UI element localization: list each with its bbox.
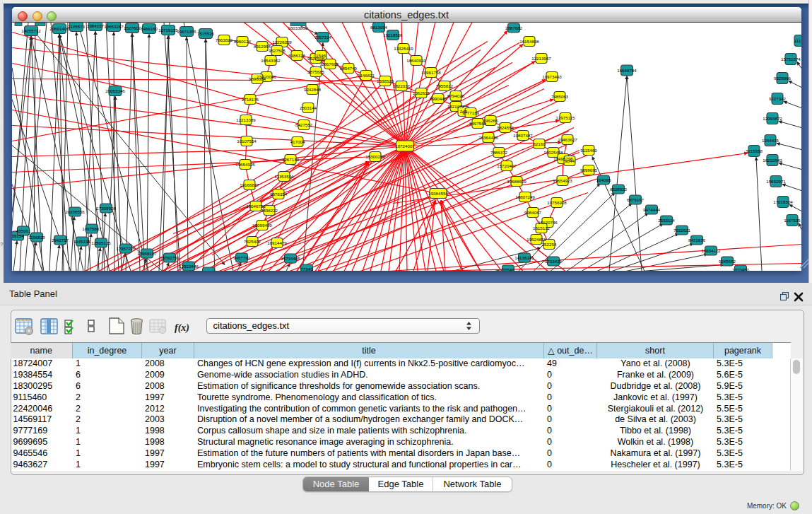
svg-text:20364436: 20364436 — [478, 134, 498, 139]
svg-text:18640910: 18640910 — [406, 57, 426, 62]
svg-text:20206556: 20206556 — [65, 209, 85, 214]
svg-text:19463627: 19463627 — [558, 136, 577, 141]
svg-text:2887682: 2887682 — [505, 25, 522, 30]
svg-text:9699695: 9699695 — [579, 167, 597, 172]
svg-text:9777169: 9777169 — [461, 110, 479, 115]
svg-text:10961758: 10961758 — [421, 69, 441, 74]
svg-text:12923448: 12923448 — [179, 263, 199, 268]
svg-text:17359928: 17359928 — [96, 205, 116, 210]
svg-text:417004: 417004 — [290, 139, 305, 144]
svg-text:15300295: 15300295 — [365, 153, 385, 158]
svg-text:1733426: 1733426 — [544, 258, 562, 263]
svg-text:8990448: 8990448 — [429, 95, 447, 100]
svg-text:6466160: 6466160 — [140, 25, 158, 30]
svg-text:8938923: 8938923 — [609, 186, 627, 191]
svg-text:17016504: 17016504 — [773, 199, 793, 204]
svg-text:18807249: 18807249 — [515, 194, 535, 199]
svg-text:9844: 9844 — [565, 158, 575, 163]
svg-text:9245652: 9245652 — [718, 258, 736, 263]
svg-text:7886372: 7886372 — [490, 149, 507, 154]
svg-text:10958107: 10958107 — [137, 250, 157, 255]
svg-text:7515526: 7515526 — [196, 30, 214, 35]
svg-text:9457791: 9457791 — [233, 255, 250, 259]
svg-text:9527505: 9527505 — [268, 47, 286, 52]
svg-text:7632621: 7632621 — [673, 227, 690, 232]
svg-text:16648784: 16648784 — [617, 67, 637, 72]
svg-text:10025458: 10025458 — [543, 149, 563, 154]
svg-text:16154808: 16154808 — [519, 38, 539, 43]
svg-text:77345: 77345 — [300, 266, 313, 270]
svg-text:10756928: 10756928 — [547, 199, 567, 204]
svg-text:18724007: 18724007 — [395, 143, 415, 148]
svg-text:3267130: 3267130 — [281, 156, 299, 161]
svg-text:10107554: 10107554 — [237, 138, 257, 143]
svg-text:19654923: 19654923 — [553, 177, 572, 182]
svg-text:8427552: 8427552 — [295, 122, 312, 127]
svg-text:1588520: 1588520 — [376, 78, 394, 83]
svg-text:16914479: 16914479 — [267, 240, 287, 245]
svg-text:14055712: 14055712 — [21, 28, 41, 33]
svg-text:20053346: 20053346 — [105, 88, 125, 93]
svg-text:2803144: 2803144 — [299, 105, 317, 110]
svg-text:39154: 39154 — [12, 233, 24, 238]
svg-text:10807487: 10807487 — [513, 132, 533, 137]
svg-text:1615132: 1615132 — [532, 225, 550, 230]
svg-text:1013452: 1013452 — [731, 267, 749, 270]
svg-text:62160: 62160 — [533, 141, 546, 146]
svg-text:8471676: 8471676 — [688, 237, 705, 242]
svg-text:17957225: 17957225 — [116, 245, 136, 250]
svg-text:19166827: 19166827 — [240, 182, 259, 187]
svg-text:1362615: 1362615 — [412, 90, 430, 95]
svg-text:19218506: 19218506 — [383, 32, 403, 37]
svg-text:1546: 1546 — [316, 52, 326, 57]
svg-text:12093872: 12093872 — [763, 115, 782, 120]
svg-text:10688609: 10688609 — [507, 178, 526, 183]
svg-text:2718176: 2718176 — [241, 96, 259, 101]
svg-text:9242848: 9242848 — [303, 86, 321, 91]
svg-text:9115460: 9115460 — [580, 147, 597, 152]
svg-text:1984037: 1984037 — [86, 23, 104, 28]
svg-text:f(x): f(x) — [175, 322, 189, 334]
svg-text:10654112: 10654112 — [701, 247, 721, 252]
svg-text:12213389: 12213389 — [236, 117, 256, 122]
svg-text:12505135: 12505135 — [91, 240, 111, 245]
svg-text:3215958: 3215958 — [745, 148, 763, 153]
svg-text:13226058: 13226058 — [272, 39, 292, 44]
svg-text:15716485: 15716485 — [281, 255, 300, 260]
svg-text:16033809: 16033809 — [288, 25, 307, 30]
svg-text:15720407: 15720407 — [497, 163, 517, 168]
svg-text:15751074: 15751074 — [781, 56, 801, 61]
svg-text:3824554: 3824554 — [496, 124, 514, 129]
svg-text:16099489: 16099489 — [252, 222, 272, 227]
svg-text:3498222: 3498222 — [260, 207, 278, 212]
svg-text:435061: 435061 — [16, 228, 30, 233]
svg-text:1527602: 1527602 — [123, 25, 141, 30]
svg-text:12213967: 12213967 — [531, 55, 551, 60]
svg-text:9896084: 9896084 — [248, 76, 266, 81]
svg-text:1167535: 1167535 — [784, 217, 801, 222]
svg-text:10975867: 10975867 — [82, 226, 102, 230]
svg-text:7485063: 7485063 — [551, 93, 568, 98]
svg-text:10973493: 10973493 — [542, 74, 562, 78]
svg-text:7357224: 7357224 — [314, 34, 331, 39]
svg-text:15692971: 15692971 — [766, 178, 786, 183]
svg-text:7625402: 7625402 — [243, 238, 261, 243]
svg-text:2105573: 2105573 — [67, 23, 85, 28]
svg-text:5312: 5312 — [204, 269, 213, 270]
svg-text:13325419: 13325419 — [394, 45, 413, 50]
svg-text:12975115: 12975115 — [555, 115, 575, 119]
svg-text:3822037: 3822037 — [392, 83, 410, 88]
svg-text:16671355: 16671355 — [177, 28, 196, 33]
svg-text:7663822: 7663822 — [215, 37, 233, 42]
svg-text:10719155: 10719155 — [158, 27, 178, 32]
svg-text:16120746: 16120746 — [538, 219, 558, 224]
svg-text:16210643: 16210643 — [763, 157, 782, 162]
svg-text:20546: 20546 — [502, 267, 514, 270]
svg-text:16782759: 16782759 — [160, 255, 180, 259]
svg-text:252254: 252254 — [541, 241, 556, 246]
svg-text:10653267: 10653267 — [104, 23, 124, 28]
svg-text:11127: 11127 — [794, 37, 801, 42]
svg-text:2867608: 2867608 — [321, 61, 339, 66]
svg-text:6879197: 6879197 — [626, 197, 644, 201]
svg-text:16543362: 16543362 — [261, 57, 281, 62]
